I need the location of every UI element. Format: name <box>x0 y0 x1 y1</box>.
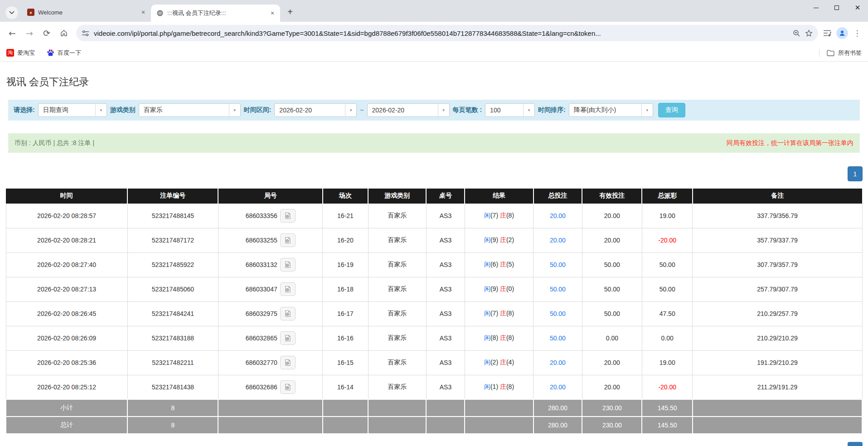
page-size-value: 100 <box>485 107 523 114</box>
video-record-icon <box>284 286 291 293</box>
cell-remark: 191.29/210.29 <box>693 350 862 375</box>
reload-button[interactable]: ⟳ <box>39 25 54 41</box>
cell-time: 2026-02-20 08:27:13 <box>6 277 127 301</box>
browser-toolbar: ← → ⟳ videoie.com/ipl/portal.php/game/be… <box>0 22 868 44</box>
filter-bar: 请选择: 日期查询 ▾ 游戏类别 百家乐 ▾ 时间区间: 2026-02-20 … <box>8 100 860 121</box>
video-replay-button[interactable] <box>280 209 296 223</box>
tab-welcome[interactable]: ♠ Welcome × <box>22 5 151 20</box>
bet-records-table: 时间 注单编号 局号 场次 游戏类别 桌号 结果 总投注 有效投注 总派彩 备注… <box>5 189 863 434</box>
result-player-label: 闲 <box>484 359 490 366</box>
new-tab-button[interactable]: + <box>284 5 296 18</box>
cell-total-bet[interactable]: 20.00 <box>533 204 582 228</box>
cell-table-no: AS3 <box>426 375 465 399</box>
cell-total-bet[interactable]: 50.00 <box>533 277 582 301</box>
video-record-icon <box>284 237 291 244</box>
cell-payout: 50.00 <box>642 252 692 277</box>
close-window-button[interactable]: ✕ <box>847 0 868 15</box>
video-replay-button[interactable] <box>280 258 296 271</box>
chevron-down-icon[interactable]: ▾ <box>95 104 107 116</box>
cell-total-bet[interactable]: 50.00 <box>533 326 582 350</box>
bookmarks-bar: 淘 爱淘宝 百度一下 所有书签 <box>0 44 868 62</box>
tab-betrecord[interactable]: :::视讯 会员下注纪录::: × <box>151 5 280 22</box>
cell-valid-bet: 50.00 <box>582 252 642 277</box>
result-banker-label: 庄 <box>500 310 506 317</box>
chevron-down-icon[interactable]: ▾ <box>229 104 240 116</box>
home-button[interactable] <box>56 25 72 41</box>
result-banker-score: (8) <box>506 310 514 317</box>
cell-payout: 47.50 <box>642 301 692 326</box>
zoom-icon[interactable] <box>793 29 800 37</box>
close-icon[interactable]: × <box>139 8 147 16</box>
minimize-icon <box>814 8 819 8</box>
cell-valid-bet: 20.00 <box>582 350 642 375</box>
query-type-select[interactable]: 日期查询 ▾ <box>38 103 107 117</box>
cell-total-bet[interactable]: 50.00 <box>533 301 582 326</box>
cell-time: 2026-02-20 08:26:45 <box>6 301 127 326</box>
cell-game-type: 百家乐 <box>368 301 426 326</box>
bookmark-star-icon[interactable] <box>805 29 813 37</box>
chevron-down-icon[interactable]: ▾ <box>345 104 356 116</box>
maximize-button[interactable] <box>826 0 847 15</box>
cell-total-bet[interactable]: 50.00 <box>533 252 582 277</box>
game-type-value: 百家乐 <box>139 106 229 114</box>
url-text[interactable]: videoie.com/ipl/portal.php/game/betrecor… <box>94 29 788 37</box>
cell-remark: 210.29/257.79 <box>693 301 862 326</box>
bookmark-taobao[interactable]: 淘 爱淘宝 <box>6 49 35 57</box>
result-banker-label: 庄 <box>500 285 506 292</box>
back-button[interactable]: ← <box>5 25 20 41</box>
chevron-down-icon[interactable]: ▾ <box>523 104 534 116</box>
round-number: 686033047 <box>246 286 277 293</box>
date-from-input[interactable]: 2026-02-20 ▾ <box>274 103 357 117</box>
chevron-down-icon[interactable]: ▾ <box>641 104 653 116</box>
result-player-label: 闲 <box>484 236 490 243</box>
search-button[interactable]: 查询 <box>658 103 685 117</box>
forward-button[interactable]: → <box>22 25 37 41</box>
page-title: 视讯 会员下注纪录 <box>6 75 862 89</box>
profile-avatar-icon[interactable] <box>836 27 848 39</box>
cell-bet-id: 523217485922 <box>127 252 218 277</box>
cell-total-bet[interactable]: 20.00 <box>533 228 582 252</box>
video-replay-button[interactable] <box>280 233 296 247</box>
cell-remark: 257.79/307.79 <box>693 277 862 301</box>
round-number: 686032865 <box>246 334 277 342</box>
date-to-value: 2026-02-20 <box>368 107 438 114</box>
cell-table-no: AS3 <box>426 228 465 252</box>
video-replay-button[interactable] <box>280 282 296 296</box>
video-record-icon <box>284 261 291 268</box>
video-replay-button[interactable] <box>280 331 296 345</box>
subtotal-count: 8 <box>127 399 218 417</box>
minimize-button[interactable] <box>805 0 826 15</box>
game-type-label: 游戏类别 <box>110 106 136 114</box>
video-replay-button[interactable] <box>280 307 296 320</box>
tab-search-button[interactable] <box>5 6 18 19</box>
bookmark-baidu[interactable]: 百度一下 <box>47 49 81 57</box>
result-player-score: (9) <box>490 236 498 243</box>
video-replay-button[interactable] <box>280 380 296 394</box>
page-1-button-bottom[interactable] <box>848 442 863 446</box>
close-icon[interactable]: × <box>268 9 276 17</box>
game-type-select[interactable]: 百家乐 ▾ <box>139 103 241 117</box>
result-banker-label: 庄 <box>500 334 506 341</box>
cell-total-bet[interactable]: 20.00 <box>533 375 582 399</box>
site-info-icon[interactable] <box>82 30 89 37</box>
page-size-select[interactable]: 100 ▾ <box>485 103 535 117</box>
video-replay-button[interactable] <box>280 356 296 369</box>
date-to-input[interactable]: 2026-02-20 ▾ <box>367 103 450 117</box>
maximize-icon <box>834 5 839 10</box>
query-type-value: 日期查询 <box>39 106 95 114</box>
result-banker-label: 庄 <box>500 383 506 390</box>
cell-total-bet[interactable]: 20.00 <box>533 350 582 375</box>
round-number: 686033255 <box>246 237 277 244</box>
menu-kebab-icon[interactable]: ⋮ <box>853 29 862 38</box>
table-header: 时间 注单编号 局号 场次 游戏类别 桌号 结果 总投注 有效投注 总派彩 备注 <box>6 189 862 204</box>
chevron-down-icon[interactable]: ▾ <box>438 104 449 116</box>
all-bookmarks-button[interactable]: 所有书签 <box>819 49 862 57</box>
subtotal-valid-bet: 230.00 <box>582 399 642 417</box>
address-bar[interactable]: videoie.com/ipl/portal.php/game/betrecor… <box>76 25 818 41</box>
table-row: 2026-02-20 08:26:45 523217484241 6860329… <box>6 301 862 326</box>
page-1-button[interactable]: 1 <box>848 166 863 181</box>
media-controls-icon[interactable] <box>823 29 832 37</box>
header-bet-id: 注单编号 <box>127 189 218 204</box>
sort-order-select[interactable]: 降幂(由大到小) ▾ <box>569 103 653 117</box>
cell-result: 闲(7) 庄(8) <box>465 204 533 228</box>
